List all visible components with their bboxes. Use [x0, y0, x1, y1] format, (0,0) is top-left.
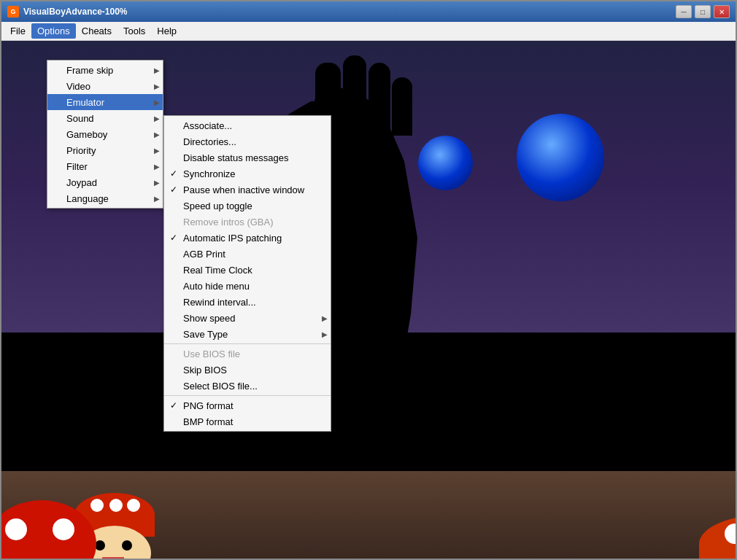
title-bar-controls: ─ □ ✕ — [676, 5, 730, 18]
menu-help[interactable]: Help — [151, 23, 182, 39]
emulator-show-speed[interactable]: Show speed ▶ — [164, 310, 331, 326]
emulator-skip-bios[interactable]: Skip BIOS — [164, 362, 331, 378]
arrow-filter: ▶ — [154, 163, 160, 171]
menu-sound[interactable]: Sound ▶ — [47, 110, 163, 126]
big-dot1 — [5, 518, 27, 540]
separator-1 — [164, 343, 331, 344]
finger-4 — [392, 77, 412, 136]
arrow-priority: ▶ — [154, 147, 160, 155]
menu-priority[interactable]: Priority ▶ — [47, 142, 163, 158]
check-auto-ips: ✓ — [170, 233, 183, 243]
emulator-bmp-format[interactable]: BMP format — [164, 413, 331, 429]
emulator-speed-toggle[interactable]: Speed up toggle — [164, 198, 331, 214]
check-png-format: ✓ — [170, 400, 183, 411]
toad-mouth — [102, 557, 124, 559]
menu-options[interactable]: Options — [31, 23, 76, 39]
menu-frame-skip[interactable]: Frame skip ▶ — [47, 62, 163, 78]
emulator-agb-print[interactable]: AGB Print — [164, 246, 331, 262]
orb-center — [418, 136, 473, 190]
arrow-language: ▶ — [154, 195, 160, 203]
toad-eye-l1 — [95, 540, 105, 551]
emulator-submenu: Associate... Directories... Disable stat… — [163, 115, 331, 432]
emulator-rtc[interactable]: Real Time Clock — [164, 262, 331, 278]
arrow-video: ▶ — [154, 82, 160, 90]
big-dot2 — [53, 518, 74, 540]
menu-language[interactable]: Language ▶ — [47, 190, 163, 206]
check-pause-inactive: ✓ — [170, 184, 183, 195]
menu-bar: File Options Cheats Tools Help — [1, 22, 736, 41]
emulator-use-bios: Use BIOS file — [164, 346, 331, 362]
emulator-synchronize[interactable]: ✓ Synchronize — [164, 166, 331, 182]
minimize-button[interactable]: ─ — [676, 5, 692, 18]
title-bar: G VisualBoyAdvance-100% ─ □ ✕ — [1, 1, 736, 22]
window-title: VisualBoyAdvance-100% — [23, 7, 128, 17]
finger-2 — [343, 55, 366, 136]
options-menu: Frame skip ▶ Video ▶ Emulator ▶ Sound ▶ — [47, 60, 163, 209]
arrow-joypad: ▶ — [154, 179, 160, 187]
menu-tools[interactable]: Tools — [117, 23, 151, 39]
emulator-pause-inactive[interactable]: ✓ Pause when inactive window — [164, 182, 331, 198]
check-synchronize: ✓ — [170, 168, 183, 179]
maximize-button[interactable]: □ — [695, 5, 711, 18]
title-bar-left: G VisualBoyAdvance-100% — [7, 6, 128, 18]
menu-filter[interactable]: Filter ▶ — [47, 158, 163, 174]
menu-joypad[interactable]: Joypad ▶ — [47, 174, 163, 190]
toad-eye-l2 — [122, 540, 132, 551]
orb-right-mario — [517, 114, 604, 201]
emulator-directories[interactable]: Directories... — [164, 133, 331, 149]
arrow-sound: ▶ — [154, 114, 160, 122]
game-area: Frame skip ▶ Video ▶ Emulator ▶ Sound ▶ — [1, 41, 736, 559]
menu-video[interactable]: Video ▶ — [47, 78, 163, 94]
menu-cheats[interactable]: Cheats — [76, 23, 117, 39]
arrow-emulator: ▶ — [154, 98, 160, 106]
menu-gameboy[interactable]: Gameboy ▶ — [47, 126, 163, 142]
emulator-png-format[interactable]: ✓ PNG format — [164, 397, 331, 413]
emulator-auto-hide[interactable]: Auto hide menu — [164, 278, 331, 294]
emulator-rewind[interactable]: Rewind interval... — [164, 294, 331, 310]
toad-l-dot1 — [90, 499, 104, 512]
emulator-disable-status[interactable]: Disable status messages — [164, 149, 331, 166]
emulator-auto-ips[interactable]: ✓ Automatic IPS patching — [164, 230, 331, 246]
emulator-select-bios[interactable]: Select BIOS file... — [164, 378, 331, 394]
emulator-remove-intros: Remove intros (GBA) — [164, 214, 331, 230]
toad-l-dot2 — [109, 499, 123, 512]
separator-2 — [164, 395, 331, 396]
close-button[interactable]: ✕ — [714, 5, 730, 18]
emulator-save-type[interactable]: Save Type ▶ — [164, 326, 331, 342]
app-icon: G — [7, 6, 19, 18]
arrow-gameboy: ▶ — [154, 131, 160, 139]
emulator-associate[interactable]: Associate... — [164, 117, 331, 133]
menu-file[interactable]: File — [4, 23, 31, 39]
menu-emulator[interactable]: Emulator ▶ — [47, 94, 163, 110]
toad-l-dot3 — [127, 499, 140, 512]
arrow-show-speed: ▶ — [322, 314, 328, 322]
arrow-save-type: ▶ — [322, 330, 328, 338]
arrow-frame-skip: ▶ — [154, 66, 160, 74]
finger-3 — [368, 63, 390, 136]
main-window: G VisualBoyAdvance-100% ─ □ ✕ File Optio… — [0, 0, 737, 560]
